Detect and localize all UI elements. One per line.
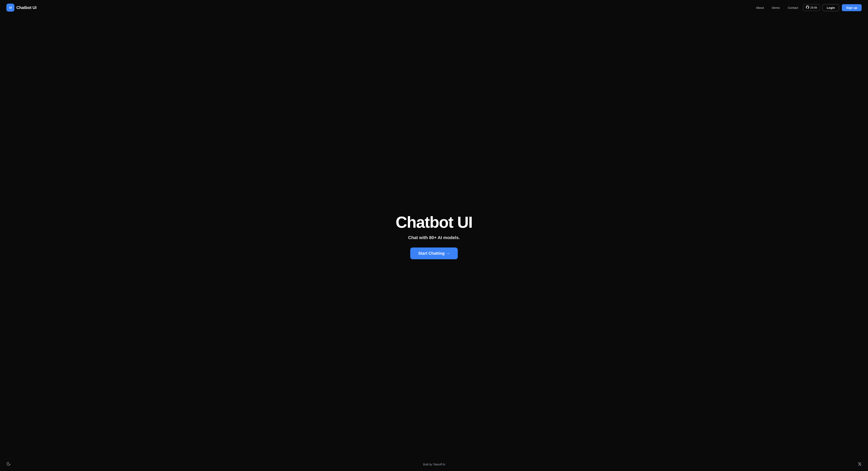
hero-title: Chatbot UI	[396, 213, 472, 231]
nav-link-about[interactable]: About	[753, 4, 767, 11]
github-badge-button[interactable]: 29.6k	[803, 4, 820, 11]
start-chatting-button[interactable]: Start Chatting →	[410, 247, 458, 259]
hero-section: Chatbot UI Chat with 80+ AI models. Star…	[0, 15, 868, 458]
hero-subtitle: Chat with 80+ AI models.	[408, 235, 460, 240]
twitter-x-link[interactable]	[858, 462, 862, 467]
nav-link-demo[interactable]: Demo	[769, 4, 783, 11]
signup-button[interactable]: Sign up	[842, 4, 862, 11]
nav-link-contact[interactable]: Contact	[784, 4, 801, 11]
github-icon	[806, 6, 809, 9]
dark-mode-toggle[interactable]	[6, 462, 11, 467]
login-button[interactable]: Login	[823, 4, 839, 11]
nav-links: About Demo Contact 29.6k Login Sign up	[753, 4, 862, 11]
github-count: 29.6k	[810, 6, 817, 9]
brand-logo-icon: UI	[6, 4, 14, 11]
brand-logo-area[interactable]: UI Chatbot UI	[6, 4, 36, 11]
navbar: UI Chatbot UI About Demo Contact 29.6k L…	[0, 0, 868, 15]
brand-name: Chatbot UI	[17, 5, 36, 10]
footer: Built by Takeoff AI	[0, 458, 868, 471]
footer-built-by: Built by Takeoff AI	[423, 463, 445, 466]
